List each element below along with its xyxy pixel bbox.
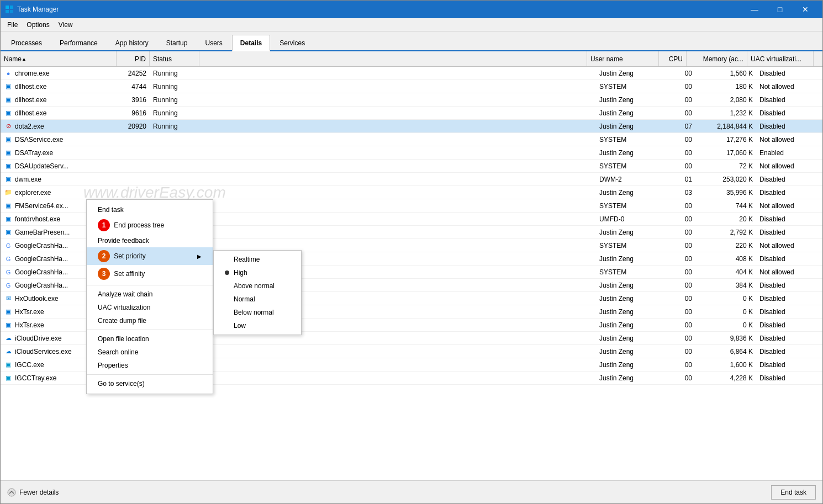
cell-cpu: 00 (668, 133, 695, 146)
cell-name: ▣ DSAUpdateServ... (1, 160, 117, 172)
process-icon: ▣ (4, 82, 13, 91)
tab-services[interactable]: Services (271, 35, 313, 50)
cell-pid (117, 160, 150, 172)
cell-user: Justin Zeng (596, 120, 668, 132)
cell-user: SYSTEM (596, 199, 668, 212)
process-icon: ▣ (4, 321, 13, 330)
cell-cpu: 00 (668, 358, 695, 371)
ctx-provide-feedback[interactable]: Provide feedback (87, 234, 213, 247)
end-task-button[interactable]: End task (771, 485, 816, 500)
close-button[interactable]: ✕ (793, 1, 818, 18)
col-header-uac[interactable]: UAC virtualizati... (747, 51, 814, 66)
ctx-set-priority[interactable]: 2 Set priority ▶ (87, 247, 213, 265)
priority-below-normal[interactable]: Below normal (214, 306, 301, 319)
cell-memory: 2,792 K (695, 226, 756, 238)
cell-name: ▣ DSAService.exe (1, 133, 117, 146)
cell-cpu: 00 (668, 266, 695, 278)
col-header-memory[interactable]: Memory (ac... (687, 51, 747, 66)
ctx-search-online[interactable]: Search online (87, 346, 213, 359)
tab-startup[interactable]: Startup (158, 35, 196, 50)
ctx-end-task[interactable]: End task (87, 203, 213, 216)
ctx-create-dump-file[interactable]: Create dump file (87, 314, 213, 327)
process-name: dllhost.exe (15, 109, 46, 117)
cell-name: ⊘ dota2.exe (1, 120, 117, 132)
col-header-status[interactable]: Status (150, 51, 199, 66)
tab-performance[interactable]: Performance (51, 35, 106, 50)
process-name: GoogleCrashHa... (15, 255, 68, 263)
ctx-uac-virtualization[interactable]: UAC virtualization (87, 301, 213, 314)
cell-status: Running (150, 93, 199, 106)
cell-cpu: 00 (668, 279, 695, 291)
cell-spacer (199, 345, 596, 358)
cell-cpu: 00 (668, 199, 695, 212)
process-name: dwm.exe (15, 176, 41, 183)
table-row[interactable]: ⊘ dota2.exe 20920 Running Justin Zeng 07… (1, 120, 822, 133)
process-icon: 📁 (4, 188, 13, 197)
table-row[interactable]: ▣ DSATray.exe Justin Zeng 00 17,060 K En… (1, 146, 822, 160)
cell-status: Running (150, 107, 199, 119)
table-row[interactable]: ▣ DSAUpdateServ... SYSTEM 00 72 K Not al… (1, 160, 822, 173)
process-icon: ▣ (4, 215, 13, 224)
process-icon: G (4, 281, 13, 290)
cell-cpu: 00 (668, 93, 695, 106)
cell-pid: 4744 (117, 80, 150, 93)
process-name: iCloudServices.exe (15, 348, 72, 356)
cell-user: SYSTEM (596, 133, 668, 146)
table-row[interactable]: ▣ dllhost.exe 3916 Running Justin Zeng 0… (1, 93, 822, 107)
cell-spacer (199, 199, 596, 212)
priority-normal[interactable]: Normal (214, 293, 301, 306)
menu-view[interactable]: View (54, 18, 77, 31)
ctx-open-file-location[interactable]: Open file location (87, 332, 213, 346)
table-row[interactable]: ● chrome.exe 24252 Running Justin Zeng 0… (1, 67, 822, 80)
process-name: DSATray.exe (15, 149, 53, 157)
cell-status (150, 173, 199, 185)
tab-details[interactable]: Details (232, 35, 270, 51)
cell-uac: Disabled (756, 319, 822, 331)
table-row[interactable]: ▣ dwm.exe DWM-2 01 253,020 K Disabled (1, 173, 822, 186)
svg-rect-0 (6, 6, 9, 9)
process-name: HxOutlook.exe (15, 295, 59, 303)
process-icon: ▣ (4, 109, 13, 118)
process-name: dota2.exe (15, 123, 44, 130)
priority-submenu: Realtime High Above normal Normal Below … (213, 250, 302, 335)
ctx-end-process-tree[interactable]: 1 End process tree (87, 216, 213, 234)
ctx-go-to-services[interactable]: Go to service(s) (87, 377, 213, 390)
cell-uac: Disabled (756, 226, 822, 238)
cell-spacer (199, 80, 596, 93)
cell-cpu: 00 (668, 252, 695, 265)
cell-uac: Not allowed (756, 160, 822, 172)
badge-1: 1 (98, 219, 110, 231)
priority-high[interactable]: High (214, 266, 301, 279)
tab-processes[interactable]: Processes (3, 35, 50, 50)
svg-rect-3 (10, 10, 13, 13)
priority-low[interactable]: Low (214, 319, 301, 332)
minimize-button[interactable]: — (742, 1, 767, 18)
table-row[interactable]: ▣ DSAService.exe SYSTEM 00 17,276 K Not … (1, 133, 822, 146)
maximize-button[interactable]: □ (767, 1, 793, 18)
priority-realtime[interactable]: Realtime (214, 253, 301, 266)
col-header-user[interactable]: User name (587, 51, 659, 66)
ctx-properties[interactable]: Properties (87, 359, 213, 372)
ctx-set-affinity[interactable]: 3 Set affinity (87, 265, 213, 283)
cell-cpu: 00 (668, 345, 695, 358)
menu-options[interactable]: Options (22, 18, 54, 31)
cell-memory: 1,232 K (695, 107, 756, 119)
title-bar: Task Manager — □ ✕ (1, 1, 822, 18)
priority-above-normal[interactable]: Above normal (214, 279, 301, 293)
cell-uac: Disabled (756, 107, 822, 119)
col-header-cpu[interactable]: CPU (659, 51, 687, 66)
col-header-name[interactable]: Name (1, 51, 117, 66)
menu-file[interactable]: File (3, 18, 22, 31)
table-row[interactable]: ▣ dllhost.exe 9616 Running Justin Zeng 0… (1, 107, 822, 120)
tab-users[interactable]: Users (197, 35, 230, 50)
table-row[interactable]: 📁 explorer.exe Justin Zeng 03 35,996 K D… (1, 186, 822, 199)
tab-app-history[interactable]: App history (107, 35, 157, 50)
col-header-pid[interactable]: PID (117, 51, 150, 66)
table-row[interactable]: ▣ dllhost.exe 4744 Running SYSTEM 00 180… (1, 80, 822, 93)
cell-pid (117, 173, 150, 185)
fewer-details-button[interactable]: Fewer details (7, 488, 59, 497)
process-icon: ☁ (4, 334, 13, 343)
cell-cpu: 03 (668, 186, 695, 199)
ctx-analyze-wait-chain[interactable]: Analyze wait chain (87, 288, 213, 301)
process-icon: ▣ (4, 360, 13, 369)
